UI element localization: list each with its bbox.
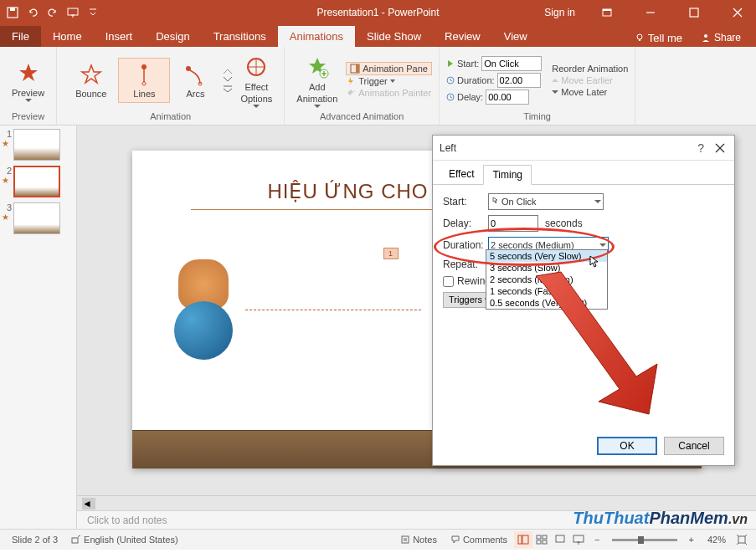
zoom-level[interactable]: 42% (701, 535, 733, 545)
move-later-button[interactable]: Move Later (552, 86, 628, 98)
chevron-down-icon (599, 243, 606, 247)
slide-sorter-icon[interactable] (532, 531, 551, 548)
zoom-out-icon[interactable]: − (588, 535, 606, 545)
more-icon (224, 85, 232, 92)
animation-number-badge[interactable]: 1 (383, 248, 399, 259)
tab-home[interactable]: Home (41, 26, 94, 47)
thumb-num: 3 (2, 202, 13, 212)
tab-animations[interactable]: Animations (278, 26, 355, 47)
qat-dropdown-icon[interactable] (85, 5, 100, 20)
tab-slideshow[interactable]: Slide Show (355, 26, 433, 47)
tab-design[interactable]: Design (144, 26, 201, 47)
notes-button[interactable]: Notes (393, 535, 444, 545)
svg-rect-33 (522, 535, 528, 544)
start-value: On Click (501, 197, 537, 207)
animation-bounce[interactable]: Bounce (64, 59, 118, 102)
svg-rect-6 (690, 8, 698, 17)
start-combo[interactable] (481, 56, 542, 71)
dialog-delay-spinner[interactable] (488, 215, 538, 232)
tab-view[interactable]: View (492, 26, 539, 47)
chevron-down-icon (314, 105, 321, 108)
cancel-button[interactable]: Cancel (664, 437, 724, 455)
dialog-close-icon[interactable] (712, 141, 728, 156)
tab-insert[interactable]: Insert (94, 26, 145, 47)
add-animation-label: Add Animation (296, 82, 337, 104)
animation-lines[interactable]: Lines (118, 58, 170, 103)
tell-me-label: Tell me (648, 32, 682, 44)
tab-review[interactable]: Review (433, 26, 492, 47)
language-indicator[interactable]: English (United States) (64, 535, 185, 545)
dialog-titlebar[interactable]: Left ? (433, 136, 734, 161)
close-icon[interactable] (719, 0, 756, 24)
delay-spinner[interactable] (486, 90, 529, 105)
animation-pane-button[interactable]: Animation Pane (346, 62, 432, 75)
dialog-tab-effect[interactable]: Effect (440, 164, 483, 184)
save-icon[interactable] (5, 5, 20, 20)
dialog-repeat-label: Repeat: (443, 259, 488, 270)
svg-rect-25 (356, 64, 359, 73)
comments-button[interactable]: Comments (444, 535, 514, 545)
dialog-duration-label: Duration: (443, 239, 488, 251)
minimize-icon[interactable] (632, 0, 669, 24)
help-icon[interactable]: ? (697, 141, 704, 155)
dialog-title: Left (440, 142, 456, 154)
zoom-in-icon[interactable]: + (682, 535, 701, 545)
chevron-down-icon (552, 89, 558, 95)
animation-gallery-more[interactable] (220, 69, 235, 92)
animation-arcs[interactable]: Arcs (170, 59, 220, 102)
thumb-1[interactable]: 1 ★ (2, 129, 75, 161)
effect-options-button[interactable]: Effect Options (235, 50, 277, 109)
add-animation-button[interactable]: Add Animation (291, 50, 342, 109)
dialog-buttons: OK Cancel (597, 437, 724, 455)
tab-transitions[interactable]: Transitions (202, 26, 278, 47)
scroll-left-icon[interactable]: ◄ (82, 498, 95, 509)
ribbon-display-icon[interactable] (589, 0, 625, 24)
effect-options-icon (243, 52, 270, 82)
motion-path-line[interactable] (245, 310, 421, 310)
dialog-tabs: Effect Timing (433, 164, 734, 185)
duration-spinner[interactable] (497, 73, 541, 88)
chevron-up-icon (224, 69, 232, 74)
animation-painter-label: Animation Painter (358, 88, 431, 98)
effect-options-label: Effect Options (240, 82, 272, 104)
svg-rect-38 (556, 535, 564, 542)
svg-rect-4 (603, 9, 611, 11)
duration-option-05s[interactable]: 0.5 seconds (Very Fast) (486, 297, 607, 309)
shape-monkey-ball-1[interactable] (166, 259, 241, 360)
preview-button[interactable]: Preview (7, 56, 49, 104)
slideshow-view-icon[interactable] (569, 531, 588, 548)
reading-view-icon[interactable] (551, 531, 569, 548)
redo-icon[interactable] (45, 5, 60, 20)
tab-file[interactable]: File (0, 26, 41, 47)
svg-rect-1 (10, 8, 15, 11)
slideshow-from-start-icon[interactable] (65, 5, 80, 20)
slide-indicator[interactable]: Slide 2 of 3 (5, 535, 64, 545)
normal-view-icon[interactable] (514, 531, 532, 548)
zoom-slider-thumb[interactable] (638, 536, 644, 544)
trigger-button[interactable]: Trigger (346, 75, 432, 87)
duration-option-2s[interactable]: 2 seconds (Medium) (486, 274, 607, 285)
svg-rect-2 (68, 8, 78, 15)
fit-to-window-icon[interactable] (733, 531, 751, 548)
chevron-down-icon (594, 200, 601, 203)
rewind-checkbox[interactable] (443, 276, 454, 287)
person-icon (701, 33, 711, 43)
status-bar: Slide 2 of 3 English (United States) Not… (0, 529, 756, 550)
dialog-tab-timing[interactable]: Timing (483, 165, 532, 185)
painter-icon (346, 88, 356, 98)
sign-in-link[interactable]: Sign in (537, 7, 582, 18)
tell-me[interactable]: Tell me (625, 32, 692, 44)
ok-button[interactable]: OK (597, 437, 657, 455)
undo-icon[interactable] (25, 5, 40, 20)
move-earlier-button[interactable]: Move Earlier (552, 74, 628, 86)
share-button[interactable]: Share (692, 28, 749, 47)
animation-painter-button[interactable]: Animation Painter (346, 87, 432, 99)
maximize-icon[interactable] (676, 0, 712, 24)
move-earlier-label: Move Earlier (561, 75, 613, 85)
dialog-start-combo[interactable]: On Click (488, 193, 604, 210)
duration-option-1s[interactable]: 1 seconds (Fast) (486, 285, 607, 297)
thumb-3[interactable]: 3 ★ (2, 202, 75, 234)
lines-label: Lines (133, 89, 155, 99)
thumb-2[interactable]: 2 ★ (2, 166, 75, 197)
zoom-slider[interactable] (612, 539, 677, 541)
